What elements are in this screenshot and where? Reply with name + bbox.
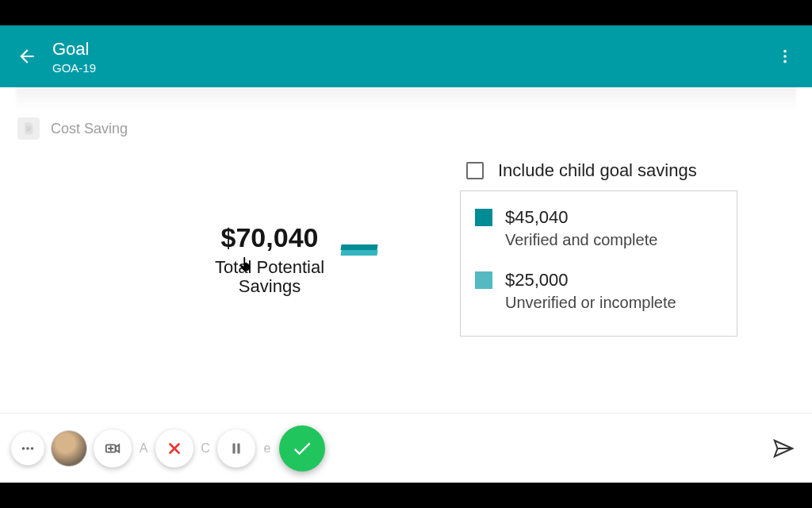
confirm-button[interactable]	[279, 425, 325, 471]
legend-value: $45,040	[505, 207, 657, 228]
app-header: Goal GOA-19	[0, 25, 812, 87]
legend-label: Verified and complete	[505, 231, 657, 249]
page-title: Goal	[52, 39, 769, 60]
svg-point-1	[783, 55, 787, 58]
svg-point-0	[783, 50, 787, 53]
total-caption-line1: Total Potential	[215, 257, 324, 277]
svg-point-2	[783, 60, 787, 64]
overflow-menu-button[interactable]	[769, 40, 801, 72]
legend-card: $45,040 Verified and complete $25,000 Un…	[460, 190, 737, 337]
paper-plane-icon	[772, 437, 795, 460]
close-icon	[166, 440, 183, 457]
svg-rect-8	[237, 443, 239, 453]
svg-rect-7	[232, 443, 235, 453]
app-window: Goal GOA-19 Cost Saving Include child go…	[0, 25, 812, 483]
mini-bar-chart	[341, 244, 377, 256]
svg-point-3	[22, 447, 25, 450]
document-icon	[17, 117, 40, 140]
page-subtitle: GOA-19	[52, 61, 769, 75]
check-icon	[291, 437, 313, 460]
kebab-icon	[776, 48, 794, 65]
video-plus-icon	[104, 440, 121, 457]
content-area: Cost Saving Include child goal savings $…	[0, 87, 812, 483]
arrow-left-icon	[17, 46, 37, 67]
hint-letter: C	[200, 441, 211, 456]
pause-button[interactable]	[217, 429, 255, 468]
header-titles: Goal GOA-19	[52, 39, 769, 75]
legend-item-verified: $45,040 Verified and complete	[475, 207, 722, 249]
pause-icon	[228, 440, 245, 457]
swatch-verified	[475, 209, 492, 226]
svg-point-5	[31, 447, 34, 450]
letterbox-top	[0, 0, 812, 25]
totals-block: $70,040 Total Potential Savings	[151, 222, 389, 296]
back-button[interactable]	[11, 40, 43, 72]
legend-value: $25,000	[505, 270, 676, 291]
letterbox-bottom	[0, 483, 812, 508]
section-header: Cost Saving	[17, 117, 128, 140]
checkbox-label: Include child goal savings	[498, 160, 697, 181]
hint-letter: A	[138, 441, 149, 456]
more-button[interactable]	[11, 432, 44, 465]
total-caption: Total Potential Savings	[151, 258, 389, 296]
bottom-toolbar: A C e	[0, 413, 812, 483]
legend-item-unverified: $25,000 Unverified or incomplete	[475, 270, 722, 312]
section-label: Cost Saving	[51, 121, 128, 137]
svg-point-4	[26, 447, 29, 450]
include-child-checkbox[interactable]: Include child goal savings	[466, 160, 697, 181]
hint-letter: e	[262, 441, 273, 456]
ellipsis-icon	[19, 440, 36, 457]
cancel-button[interactable]	[155, 429, 193, 468]
send-button[interactable]	[766, 431, 801, 466]
record-video-button[interactable]	[94, 429, 132, 468]
checkbox-box	[466, 162, 484, 179]
legend-label: Unverified or incomplete	[505, 294, 676, 312]
total-caption-line2: Savings	[239, 276, 301, 296]
swatch-unverified	[475, 271, 492, 289]
scroll-shadow	[16, 87, 796, 110]
avatar[interactable]	[51, 430, 87, 467]
